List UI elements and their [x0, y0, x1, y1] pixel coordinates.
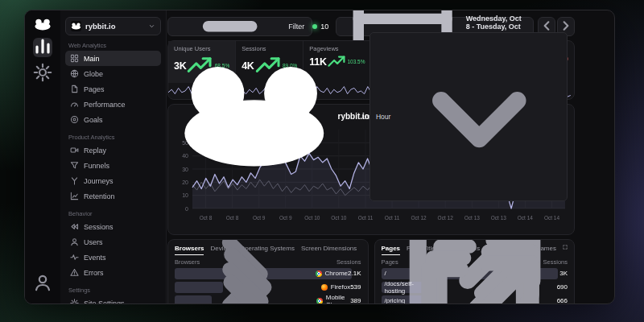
nav-section-label: Web Analytics: [68, 42, 158, 49]
svg-text:0: 0: [185, 205, 188, 211]
sidebar-item-globe[interactable]: Globe: [65, 66, 161, 81]
filter-button[interactable]: Filter: [167, 17, 312, 36]
target-icon: [70, 115, 79, 124]
sidebar-item-label: Replay: [84, 147, 106, 155]
sidebar-item-funnels[interactable]: Funnels: [65, 158, 161, 173]
pulse-icon: [70, 253, 79, 262]
sidebar-item-sessions[interactable]: Sessions: [65, 219, 161, 234]
svg-text:20: 20: [182, 180, 188, 185]
svg-text:Oct 9: Oct 9: [279, 215, 292, 221]
gear-icon: [70, 299, 79, 304]
main-area: Filter 10 Wednesday, Oct 8 - Tuesday, Oc…: [167, 10, 614, 303]
rybbit-logo-icon: [175, 64, 334, 170]
gear-icon: [33, 63, 52, 85]
chartline-icon: [70, 192, 79, 200]
live-visitors-badge[interactable]: 10: [312, 23, 328, 31]
interval-value: Hour: [376, 113, 390, 121]
interval-select[interactable]: Hour: [369, 32, 568, 202]
svg-text:Oct 10: Oct 10: [331, 215, 347, 221]
sidebar-item-label: Errors: [84, 269, 104, 277]
grid-icon: [70, 54, 79, 63]
stat-label: Pageviews: [309, 45, 365, 52]
live-dot-icon: [312, 24, 317, 29]
warning-icon: [70, 268, 79, 277]
svg-text:Oct 11: Oct 11: [358, 215, 374, 221]
svg-text:10: 10: [182, 192, 188, 198]
rail-settings-button[interactable]: [33, 64, 52, 84]
branch-icon: [70, 176, 79, 185]
sidebar-item-pages[interactable]: Pages: [65, 81, 161, 97]
sidebar-item-goals[interactable]: Goals: [65, 112, 161, 127]
site-selector[interactable]: rybbit.io: [65, 17, 161, 35]
chevron-right-icon[interactable]: [178, 246, 316, 304]
sidebar-item-events[interactable]: Events: [65, 250, 161, 265]
stat-label: Unique Users: [174, 45, 229, 52]
sidebar-item-label: Funnels: [84, 162, 109, 170]
row-sessions-value: 539: [350, 283, 361, 291]
svg-text:Oct 12: Oct 12: [411, 215, 427, 221]
sidebar-item-label: Globe: [84, 70, 103, 78]
sidebar-item-label: Site Settings: [84, 299, 125, 305]
live-count: 10: [320, 23, 328, 31]
sidebar-item-label: Pages: [84, 85, 105, 93]
sidebar-item-main[interactable]: Main: [65, 51, 161, 66]
sidebar: rybbit.io Web AnalyticsMainGlobePagesPer…: [60, 10, 167, 303]
row-label: Mobile Safari: [175, 246, 350, 304]
sidebar-item-retention[interactable]: Retention: [65, 188, 161, 204]
sidebar-item-site-settings[interactable]: Site Settings: [65, 295, 161, 304]
chevron-down-icon: [148, 23, 155, 30]
sidebar-item-label: Performance: [84, 101, 126, 109]
row-sessions-value: 389: [350, 297, 361, 304]
external-link-icon[interactable]: [403, 239, 557, 304]
video-icon: [70, 146, 79, 155]
rybbit-logo-icon: [34, 19, 52, 31]
nav-section-label: Behavior: [68, 210, 158, 217]
sidebar-item-performance[interactable]: Performance: [65, 97, 161, 112]
svg-text:Oct 12: Oct 12: [438, 215, 454, 221]
browsers-panel: BrowsersDevicesOperating SystemsScreen D…: [167, 239, 369, 304]
site-name: rybbit.io: [85, 22, 115, 31]
sidebar-item-label: Journeys: [84, 177, 114, 185]
sidebar-item-users[interactable]: Users: [65, 234, 161, 250]
rewind-icon: [70, 222, 79, 231]
row-sessions-value: 690: [557, 283, 568, 291]
site-favicon: [71, 21, 81, 31]
nav-section-label: Settings: [68, 287, 158, 294]
sidebar-item-errors[interactable]: Errors: [65, 265, 161, 280]
chevron-down-icon: [398, 35, 561, 199]
row-sessions-value: 666: [557, 297, 568, 304]
rail-account-button[interactable]: [33, 275, 52, 294]
globe-icon: [70, 69, 79, 78]
main-content: Filter 10 Wednesday, Oct 8 - Tuesday, Oc…: [167, 17, 575, 304]
bottom-panels: BrowsersDevicesOperating SystemsScreen D…: [167, 239, 575, 304]
sidebar-item-journeys[interactable]: Journeys: [65, 173, 161, 188]
expand-icon[interactable]: [563, 245, 568, 250]
svg-text:Oct 11: Oct 11: [385, 215, 400, 221]
nav-section-label: Product Analytics: [68, 134, 158, 141]
gauge-icon: [70, 100, 79, 109]
person-icon: [70, 237, 79, 246]
sidebar-item-label: Retention: [84, 192, 115, 200]
svg-text:Oct 14: Oct 14: [518, 215, 534, 221]
filter-label: Filter: [288, 23, 304, 31]
app-window: rybbit.io Web AnalyticsMainGlobePagesPer…: [24, 10, 615, 304]
sidebar-item-label: Users: [84, 238, 103, 246]
rail-analytics-button[interactable]: [33, 38, 52, 57]
svg-text:Oct 8: Oct 8: [226, 215, 239, 221]
sidebar-item-replay[interactable]: Replay: [65, 142, 161, 158]
svg-text:Oct 10: Oct 10: [304, 215, 320, 221]
stat-label: Sessions: [242, 45, 297, 52]
svg-text:Oct 13: Oct 13: [464, 215, 481, 221]
funnel-icon: [70, 161, 79, 170]
pages-panel: PagesPage TitlesEntry PagesExit PagesHos…: [374, 239, 576, 304]
sidebar-item-label: Sessions: [84, 223, 114, 231]
bars-icon: [33, 36, 52, 59]
users-chart-panel: rybbit.io Users Hour 01020304050Oct 8Oct…: [167, 104, 575, 235]
sidebar-item-label: Events: [84, 254, 106, 262]
icon-rail: [25, 10, 60, 303]
svg-text:Oct 13: Oct 13: [491, 215, 507, 221]
svg-text:Oct 8: Oct 8: [200, 215, 213, 221]
svg-text:Oct 14: Oct 14: [544, 215, 560, 221]
person-icon: [33, 273, 52, 295]
sidebar-item-label: Main: [84, 55, 100, 63]
